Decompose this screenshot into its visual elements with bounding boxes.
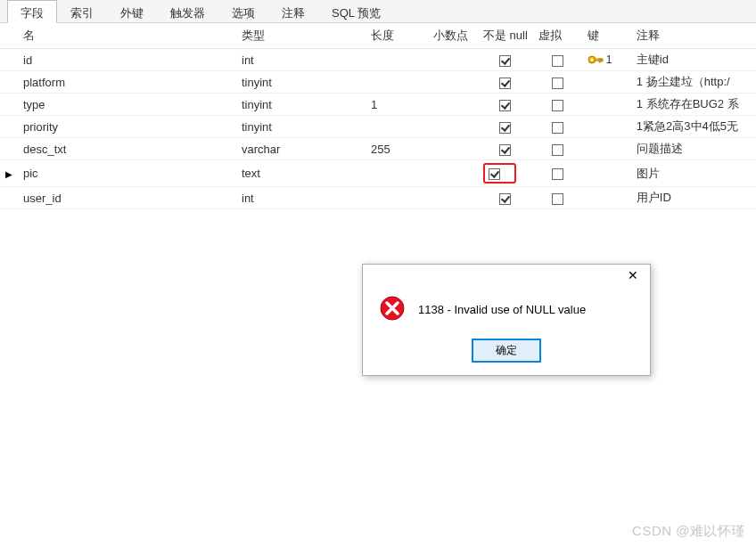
cell-length[interactable] [366, 160, 428, 187]
tab-comment[interactable]: 注释 [268, 0, 318, 22]
close-icon[interactable]: ✕ [616, 265, 650, 286]
highlight-box [483, 163, 516, 184]
col-header-length[interactable]: 长度 [366, 23, 428, 49]
tab-fields[interactable]: 字段 [7, 0, 57, 23]
virtual-checkbox[interactable] [552, 78, 563, 89]
cell-virtual[interactable] [533, 71, 582, 94]
table-row[interactable]: platformtinyint1 扬尘建垃（http:/ [0, 71, 756, 94]
virtual-checkbox[interactable] [552, 55, 563, 67]
cell-comment[interactable]: 图片 [631, 160, 756, 187]
cell-decimals[interactable] [428, 94, 478, 116]
cell-comment[interactable]: 1 扬尘建垃（http:/ [631, 71, 756, 94]
cell-key[interactable] [582, 138, 631, 160]
cell-decimals[interactable] [428, 138, 478, 160]
cell-length[interactable]: 1 [366, 94, 428, 116]
cell-name[interactable]: pic [18, 160, 236, 187]
cell-type[interactable]: tinyint [236, 71, 366, 94]
table-row[interactable]: ▶pictext图片 [0, 160, 756, 187]
cell-virtual[interactable] [533, 138, 582, 160]
row-marker [0, 49, 18, 71]
cell-virtual[interactable] [533, 49, 582, 71]
cell-decimals[interactable] [428, 116, 478, 138]
cell-key[interactable] [582, 187, 631, 209]
cell-decimals[interactable] [428, 160, 478, 187]
cell-comment[interactable]: 1紧急2高3中4低5无 [631, 116, 756, 138]
cell-comment[interactable]: 用户ID [631, 187, 756, 209]
cell-type[interactable]: tinyint [236, 116, 366, 138]
col-header-key[interactable]: 键 [582, 23, 631, 49]
cell-virtual[interactable] [533, 187, 582, 209]
tab-index[interactable]: 索引 [57, 0, 107, 22]
cell-notnull[interactable] [478, 160, 533, 187]
cell-name[interactable]: id [18, 49, 236, 71]
notnull-checkbox[interactable] [499, 193, 511, 205]
cell-virtual[interactable] [533, 160, 582, 187]
cell-decimals[interactable] [428, 71, 478, 94]
cell-decimals[interactable] [428, 49, 478, 71]
cell-key[interactable] [582, 160, 631, 187]
col-header-comment[interactable]: 注释 [631, 23, 756, 49]
cell-name[interactable]: type [18, 94, 236, 116]
col-header-type[interactable]: 类型 [236, 23, 366, 49]
tab-foreignkey[interactable]: 外键 [107, 0, 157, 22]
tab-sqlpreview[interactable]: SQL 预览 [318, 0, 394, 22]
virtual-checkbox[interactable] [552, 100, 563, 111]
cell-key[interactable] [582, 116, 631, 138]
virtual-checkbox[interactable] [552, 168, 563, 180]
cell-comment[interactable]: 主键id [631, 49, 756, 71]
cell-name[interactable]: user_id [18, 187, 236, 209]
table-row[interactable]: idint1主键id [0, 49, 756, 71]
cell-virtual[interactable] [533, 94, 582, 116]
cell-key[interactable] [582, 71, 631, 94]
cell-notnull[interactable] [478, 116, 533, 138]
notnull-checkbox[interactable] [499, 122, 511, 134]
cell-type[interactable]: int [236, 187, 366, 209]
error-icon [379, 295, 406, 324]
notnull-checkbox[interactable] [489, 168, 500, 180]
cell-decimals[interactable] [428, 187, 478, 209]
col-header-name[interactable]: 名 [18, 23, 236, 49]
col-header-decimals[interactable]: 小数点 [428, 23, 478, 49]
cell-length[interactable] [366, 49, 428, 71]
table-row[interactable]: user_idint用户ID [0, 187, 756, 209]
table-row[interactable]: prioritytinyint1紧急2高3中4低5无 [0, 116, 756, 138]
cell-comment[interactable]: 问题描述 [631, 138, 756, 160]
cell-type[interactable]: tinyint [236, 94, 366, 116]
tab-options[interactable]: 选项 [218, 0, 268, 22]
cell-virtual[interactable] [533, 116, 582, 138]
cell-length[interactable]: 255 [366, 138, 428, 160]
col-header-notnull[interactable]: 不是 null [478, 23, 533, 49]
cell-notnull[interactable] [478, 187, 533, 209]
primary-key-indicator: 1 [588, 53, 626, 66]
cell-type[interactable]: int [236, 49, 366, 71]
dialog-message: 1138 - Invalid use of NULL value [418, 303, 586, 316]
notnull-checkbox[interactable] [499, 144, 511, 156]
notnull-checkbox[interactable] [499, 100, 511, 111]
cell-type[interactable]: text [236, 160, 366, 187]
cell-length[interactable] [366, 187, 428, 209]
cell-type[interactable]: varchar [236, 138, 366, 160]
cell-length[interactable] [366, 71, 428, 94]
cell-notnull[interactable] [478, 94, 533, 116]
table-row[interactable]: desc_txtvarchar255问题描述 [0, 138, 756, 160]
cell-comment[interactable]: 1 系统存在BUG2 系 [631, 94, 756, 116]
cell-name[interactable]: priority [18, 116, 236, 138]
cell-key[interactable]: 1 [582, 49, 631, 71]
virtual-checkbox[interactable] [552, 193, 563, 205]
col-header-virtual[interactable]: 虚拟 [533, 23, 582, 49]
tab-trigger[interactable]: 触发器 [157, 0, 218, 22]
cell-name[interactable]: platform [18, 71, 236, 94]
cell-length[interactable] [366, 116, 428, 138]
cell-key[interactable] [582, 94, 631, 116]
cell-notnull[interactable] [478, 71, 533, 94]
virtual-checkbox[interactable] [552, 144, 563, 156]
cell-notnull[interactable] [478, 138, 533, 160]
table-row[interactable]: typetinyint11 系统存在BUG2 系 [0, 94, 756, 116]
notnull-checkbox[interactable] [499, 78, 511, 89]
fields-table[interactable]: 名 类型 长度 小数点 不是 null 虚拟 键 注释 idint1主键idpl… [0, 23, 756, 209]
cell-name[interactable]: desc_txt [18, 138, 236, 160]
ok-button[interactable]: 确定 [472, 339, 541, 363]
notnull-checkbox[interactable] [499, 55, 511, 67]
cell-notnull[interactable] [478, 49, 533, 71]
virtual-checkbox[interactable] [552, 122, 563, 134]
